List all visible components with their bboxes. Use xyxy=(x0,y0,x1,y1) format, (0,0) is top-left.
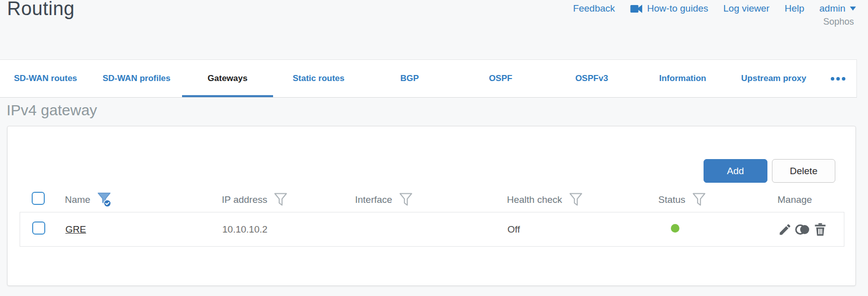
help-link[interactable]: Help xyxy=(785,3,804,14)
tab-bgp[interactable]: BGP xyxy=(364,60,455,97)
edit-icon[interactable] xyxy=(778,223,792,237)
ip-address-cell: 10.10.10.2 xyxy=(222,224,356,235)
tab-overflow-button[interactable] xyxy=(819,60,856,97)
clone-icon[interactable] xyxy=(795,223,810,237)
log-viewer-label: Log viewer xyxy=(723,3,769,14)
delete-icon[interactable] xyxy=(813,223,827,237)
top-nav: Feedback How-to guides Log viewer Help a… xyxy=(573,3,856,14)
page-title: Routing xyxy=(7,0,74,20)
tab-ospf[interactable]: OSPF xyxy=(455,60,546,97)
gateway-name-link[interactable]: GRE xyxy=(65,224,86,235)
column-header-status: Status xyxy=(658,194,685,205)
table-header-row: Name IP address Interface xyxy=(20,187,844,212)
howto-guides-link[interactable]: How-to guides xyxy=(630,3,708,14)
status-indicator xyxy=(671,224,679,233)
add-button[interactable]: Add xyxy=(704,159,767,183)
health-check-cell: Off xyxy=(507,224,659,235)
section-title: IPv4 gateway xyxy=(7,102,97,119)
column-header-name: Name xyxy=(65,194,91,205)
ellipsis-icon xyxy=(831,77,845,81)
tab-static-routes[interactable]: Static routes xyxy=(273,60,364,97)
tab-ospfv3[interactable]: OSPFv3 xyxy=(546,60,637,97)
ipv4-gateway-card: Add Delete Name IP address xyxy=(7,126,856,286)
column-header-ip-address: IP address xyxy=(222,194,267,205)
filter-icon[interactable] xyxy=(569,192,583,207)
caret-down-icon xyxy=(850,7,856,11)
manage-cell xyxy=(778,223,845,237)
tab-upstream-proxy[interactable]: Upstream proxy xyxy=(728,60,819,97)
howto-guides-label: How-to guides xyxy=(647,3,708,14)
video-camera-icon xyxy=(630,5,643,13)
column-header-interface: Interface xyxy=(355,194,392,205)
card-toolbar: Add Delete xyxy=(704,159,835,183)
feedback-link[interactable]: Feedback xyxy=(573,3,615,14)
filter-icon[interactable] xyxy=(692,192,706,207)
admin-menu-button[interactable]: admin xyxy=(819,3,856,14)
delete-button[interactable]: Delete xyxy=(772,159,835,183)
tab-gateways[interactable]: Gateways xyxy=(182,60,273,97)
table-row: GRE 10.10.10.2 Off xyxy=(20,212,844,246)
tab-bar: SD-WAN routes SD-WAN profiles Gateways S… xyxy=(0,59,857,98)
tab-information[interactable]: Information xyxy=(637,60,728,97)
column-header-health-check: Health check xyxy=(507,194,562,205)
table-body: GRE 10.10.10.2 Off xyxy=(20,212,844,247)
help-label: Help xyxy=(785,3,804,14)
tab-sd-wan-routes[interactable]: SD-WAN routes xyxy=(0,60,91,97)
row-checkbox[interactable] xyxy=(32,221,45,235)
tab-sd-wan-profiles[interactable]: SD-WAN profiles xyxy=(91,60,182,97)
gateway-table: Name IP address Interface xyxy=(20,187,844,247)
log-viewer-link[interactable]: Log viewer xyxy=(723,3,769,14)
filter-active-icon[interactable] xyxy=(97,192,112,208)
filter-icon[interactable] xyxy=(274,192,288,207)
select-all-checkbox[interactable] xyxy=(32,192,45,205)
filter-icon[interactable] xyxy=(399,192,413,207)
brand-label: Sophos xyxy=(823,17,854,27)
column-header-manage: Manage xyxy=(777,194,812,205)
feedback-label: Feedback xyxy=(573,3,615,14)
admin-username: admin xyxy=(819,3,845,14)
